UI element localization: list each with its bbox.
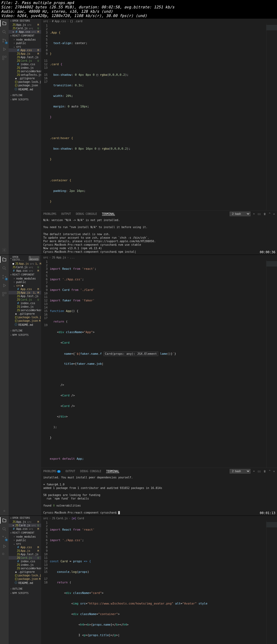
debug-icon[interactable] xyxy=(2,544,7,549)
problems-tab[interactable]: PROBLEMS xyxy=(43,212,56,215)
scm-icon[interactable]: 6 xyxy=(2,535,7,540)
workspace-header[interactable]: ▾REACT-COMPONENT xyxy=(9,34,41,38)
maximize-icon[interactable]: ^ xyxy=(269,470,271,473)
open-editors-header[interactable]: ▾OPEN EDITORS xyxy=(9,19,41,23)
file-indexcss[interactable]: #index.css xyxy=(9,301,41,305)
file-readme[interactable]: ⓘREADME.md xyxy=(9,323,41,327)
breadcrumb[interactable]: src›#App.css›{}.card xyxy=(41,19,277,24)
split-terminal-icon[interactable]: ▯▯ xyxy=(258,212,261,215)
extensions-icon[interactable] xyxy=(2,55,7,60)
file-cardjs[interactable]: JSCard.jsU xyxy=(9,59,41,63)
explorer-icon[interactable] xyxy=(2,257,7,262)
file-readme[interactable]: ⓘREADME.md xyxy=(9,581,41,585)
debug-icon[interactable] xyxy=(2,47,7,52)
scm-icon[interactable]: 8 xyxy=(2,274,7,279)
extensions-icon[interactable] xyxy=(2,553,7,557)
explorer-icon[interactable] xyxy=(2,518,7,523)
file-appjs[interactable]: JSApp.jsM xyxy=(9,52,41,55)
settings-icon[interactable] xyxy=(2,508,7,513)
folder-public[interactable]: ›public xyxy=(9,280,41,284)
terminal-output[interactable]: installed. You must install peer depende… xyxy=(41,475,277,515)
code-lines[interactable]: .App { text-align: center; } .card { box… xyxy=(50,24,266,210)
new-terminal-icon[interactable]: + xyxy=(253,470,255,473)
new-terminal-icon[interactable]: + xyxy=(253,212,255,215)
breadcrumb[interactable]: src›JSCard.js›[ø]Card xyxy=(41,516,277,521)
file-cardjs[interactable]: JSCard.jsU xyxy=(9,298,41,301)
file-apptest[interactable]: JSApp.test.js xyxy=(9,55,41,59)
file-appcss[interactable]: #App.cssM xyxy=(9,287,41,291)
file-indexcss[interactable]: #index.css xyxy=(9,560,41,563)
file-packagelock[interactable]: {}package-lock.jsonM xyxy=(9,316,41,319)
file-packagejson[interactable]: {}package.jsonM xyxy=(9,577,41,581)
folder-public[interactable]: ›public xyxy=(9,538,41,542)
folder-public[interactable]: ›public xyxy=(9,41,41,45)
folder-src[interactable]: ⌄src xyxy=(9,45,41,48)
file-packagelock[interactable]: {}package-lock.json xyxy=(9,80,41,84)
problems-tab[interactable]: PROBLEMS1 xyxy=(43,470,61,473)
terminal-output[interactable]: N/A: version "N/A -> N/A" is not yet ins… xyxy=(41,217,277,255)
file-cardjs[interactable]: JSCard.jsU xyxy=(9,556,41,560)
file-setuptests[interactable]: JSsetupTests.js xyxy=(9,73,41,77)
file-indexjs[interactable]: JSindex.js xyxy=(9,563,41,567)
code-editor[interactable]: 123456789111213151617 .App { text-align:… xyxy=(41,24,277,210)
extensions-icon[interactable] xyxy=(2,292,7,297)
file-serviceworker[interactable]: JSserviceWorker.js xyxy=(9,567,41,570)
terminal-select[interactable]: 2: bash xyxy=(230,212,250,216)
outline-header[interactable]: ›OUTLINE xyxy=(9,93,41,97)
folder-node-modules[interactable]: ›node_modules xyxy=(9,38,41,41)
search-icon[interactable] xyxy=(2,527,7,531)
code-editor[interactable]: 1234567891011121314151718 import React f… xyxy=(41,521,277,644)
file-serviceworker[interactable]: JSserviceWorker.js xyxy=(9,308,41,312)
minimap[interactable] xyxy=(266,24,277,210)
editor-tab-cardjs[interactable]: ✕JSCard.js srcU xyxy=(9,524,41,527)
editor-tab-cardjs[interactable]: JSCard.js srcU xyxy=(9,27,41,30)
file-apptest[interactable]: JSApp.test.js xyxy=(9,294,41,298)
close-panel-icon[interactable]: ✕ xyxy=(273,470,275,473)
close-panel-icon[interactable]: ✕ xyxy=(273,212,275,215)
minimap[interactable] xyxy=(266,260,277,468)
output-tab[interactable]: OUTPUT xyxy=(65,470,75,473)
folder-src[interactable]: ⌄src● xyxy=(9,284,41,287)
terminal-tab[interactable]: TERMINAL xyxy=(102,212,115,216)
terminal-select[interactable]: 2: bash xyxy=(230,469,250,474)
breadcrumb[interactable]: src›JSApp.js›... xyxy=(41,255,277,260)
split-terminal-icon[interactable]: ▯▯ xyxy=(258,470,261,473)
search-icon[interactable] xyxy=(2,29,7,34)
file-gitignore[interactable]: ◆.gitignore xyxy=(9,312,41,316)
editor-tab-appjs[interactable]: ●JSApp.js src1, M xyxy=(9,262,41,265)
file-readme[interactable]: ⓘREADME.md xyxy=(9,87,41,91)
editor-tab-appcss[interactable]: #App.css srcM xyxy=(9,527,41,531)
file-gitignore[interactable]: ◆.gitignore xyxy=(9,570,41,574)
open-editors-header[interactable]: ▾OPEN EDITORS xyxy=(9,516,41,520)
npm-scripts-header[interactable]: ›NPM SCRIPTS xyxy=(9,591,41,595)
file-serviceworker[interactable]: JSserviceWorker.js xyxy=(9,70,41,73)
file-indexcss[interactable]: #index.css xyxy=(9,63,41,66)
kill-terminal-icon[interactable]: 🗑 xyxy=(263,470,266,473)
outline-header[interactable]: ›OUTLINE xyxy=(9,328,41,333)
file-appjs[interactable]: JSApp.js1, M xyxy=(9,291,41,294)
output-tab[interactable]: OUTPUT xyxy=(61,212,71,215)
workspace-header[interactable]: ▾REACT-COMPONENT xyxy=(9,531,41,535)
editor-tab-appjs[interactable]: JSApp.js srcM xyxy=(9,520,41,524)
code-lines[interactable]: import React from 'react'; import './App… xyxy=(50,260,266,468)
editor-tab-cardjs[interactable]: JSCard.js srcU xyxy=(9,265,41,269)
editor-tab-appcss[interactable]: ✕#App.css srcM xyxy=(9,30,41,34)
code-editor[interactable]: 123456789101112131415161719 import React… xyxy=(41,260,277,468)
debug-icon[interactable] xyxy=(2,283,7,288)
file-apptest[interactable]: JSApp.test.js xyxy=(9,553,41,556)
file-gitignore[interactable]: ◆.gitignore xyxy=(9,77,41,80)
file-appcss[interactable]: #App.cssM xyxy=(9,48,41,52)
debug-console-tab[interactable]: DEBUG CONSOLE xyxy=(76,212,97,215)
search-icon[interactable] xyxy=(2,266,7,271)
file-packagejson[interactable]: {}package.json xyxy=(9,84,41,87)
folder-node-modules[interactable]: ›node_modules xyxy=(9,277,41,280)
file-packagelock[interactable]: {}package-lock.jsonM xyxy=(9,574,41,577)
npm-scripts-header[interactable]: ›NPM SCRIPTS xyxy=(9,333,41,337)
editor-tab-appjs[interactable]: JSApp.js srcM xyxy=(9,23,41,27)
code-lines[interactable]: import React from 'react' import './App.… xyxy=(50,521,266,644)
workspace-header[interactable]: ▾REACT-COMPONENT xyxy=(9,272,41,277)
outline-header[interactable]: ›OUTLINE xyxy=(9,587,41,591)
terminal-tab[interactable]: TERMINAL xyxy=(106,470,119,473)
file-appcss[interactable]: #App.cssM xyxy=(9,546,41,549)
explorer-icon[interactable] xyxy=(2,21,7,26)
